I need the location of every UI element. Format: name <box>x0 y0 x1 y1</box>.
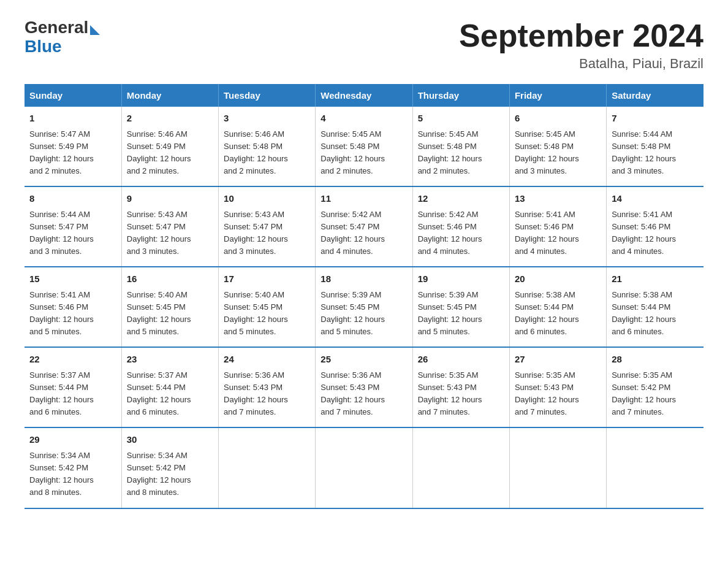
day-cell: 21Sunrise: 5:38 AMSunset: 5:44 PMDayligh… <box>607 267 703 347</box>
day-info: Sunrise: 5:41 AMSunset: 5:46 PMDaylight:… <box>612 209 699 258</box>
day-number: 24 <box>224 353 310 367</box>
page-header: General Blue September 2024 Batalha, Pia… <box>25 18 703 72</box>
day-cell: 10Sunrise: 5:43 AMSunset: 5:47 PMDayligh… <box>219 186 316 267</box>
day-cell: 22Sunrise: 5:37 AMSunset: 5:44 PMDayligh… <box>25 347 121 427</box>
day-number: 15 <box>29 272 116 286</box>
day-info: Sunrise: 5:37 AMSunset: 5:44 PMDaylight:… <box>127 369 213 419</box>
day-info: Sunrise: 5:41 AMSunset: 5:46 PMDaylight:… <box>29 289 116 339</box>
day-number: 21 <box>612 272 699 286</box>
day-info: Sunrise: 5:37 AMSunset: 5:44 PMDaylight:… <box>29 369 116 419</box>
header-friday: Friday <box>509 84 606 107</box>
day-cell: 4Sunrise: 5:45 AMSunset: 5:48 PMDaylight… <box>316 107 412 186</box>
day-info: Sunrise: 5:43 AMSunset: 5:47 PMDaylight:… <box>127 209 213 258</box>
day-info: Sunrise: 5:36 AMSunset: 5:43 PMDaylight:… <box>224 369 310 419</box>
day-cell: 18Sunrise: 5:39 AMSunset: 5:45 PMDayligh… <box>316 267 412 347</box>
day-cell <box>607 427 703 508</box>
day-cell: 19Sunrise: 5:39 AMSunset: 5:45 PMDayligh… <box>412 267 509 347</box>
day-cell: 30Sunrise: 5:34 AMSunset: 5:42 PMDayligh… <box>121 427 218 508</box>
day-cell: 24Sunrise: 5:36 AMSunset: 5:43 PMDayligh… <box>219 347 316 427</box>
day-info: Sunrise: 5:47 AMSunset: 5:49 PMDaylight:… <box>29 128 116 178</box>
day-cell: 15Sunrise: 5:41 AMSunset: 5:46 PMDayligh… <box>25 267 121 347</box>
day-cell: 2Sunrise: 5:46 AMSunset: 5:49 PMDaylight… <box>121 107 218 186</box>
day-number: 2 <box>127 112 213 126</box>
day-number: 18 <box>320 272 407 286</box>
day-info: Sunrise: 5:46 AMSunset: 5:49 PMDaylight:… <box>127 128 213 178</box>
day-cell: 7Sunrise: 5:44 AMSunset: 5:48 PMDaylight… <box>607 107 703 186</box>
header-wednesday: Wednesday <box>316 84 412 107</box>
header-monday: Monday <box>121 84 218 107</box>
header-sunday: Sunday <box>25 84 121 107</box>
day-info: Sunrise: 5:42 AMSunset: 5:47 PMDaylight:… <box>320 209 407 258</box>
day-cell: 6Sunrise: 5:45 AMSunset: 5:48 PMDaylight… <box>509 107 606 186</box>
day-cell: 9Sunrise: 5:43 AMSunset: 5:47 PMDaylight… <box>121 186 218 267</box>
day-cell: 26Sunrise: 5:35 AMSunset: 5:43 PMDayligh… <box>412 347 509 427</box>
day-number: 1 <box>29 112 116 126</box>
day-number: 29 <box>29 433 116 447</box>
day-cell <box>509 427 606 508</box>
day-cell: 12Sunrise: 5:42 AMSunset: 5:46 PMDayligh… <box>412 186 509 267</box>
day-info: Sunrise: 5:45 AMSunset: 5:48 PMDaylight:… <box>418 128 504 178</box>
day-cell: 28Sunrise: 5:35 AMSunset: 5:42 PMDayligh… <box>607 347 703 427</box>
day-info: Sunrise: 5:40 AMSunset: 5:45 PMDaylight:… <box>224 289 310 339</box>
day-number: 12 <box>418 192 504 206</box>
day-cell: 27Sunrise: 5:35 AMSunset: 5:43 PMDayligh… <box>509 347 606 427</box>
day-cell: 1Sunrise: 5:47 AMSunset: 5:49 PMDaylight… <box>25 107 121 186</box>
day-info: Sunrise: 5:39 AMSunset: 5:45 PMDaylight:… <box>320 289 407 339</box>
day-info: Sunrise: 5:41 AMSunset: 5:46 PMDaylight:… <box>515 209 601 258</box>
week-row-5: 29Sunrise: 5:34 AMSunset: 5:42 PMDayligh… <box>25 427 703 508</box>
page-title: September 2024 <box>459 18 703 53</box>
header-thursday: Thursday <box>412 84 509 107</box>
logo-triangle-icon <box>90 25 100 35</box>
day-info: Sunrise: 5:36 AMSunset: 5:43 PMDaylight:… <box>320 369 407 419</box>
day-number: 10 <box>224 192 310 206</box>
day-number: 28 <box>612 353 699 367</box>
day-info: Sunrise: 5:45 AMSunset: 5:48 PMDaylight:… <box>320 128 407 178</box>
day-number: 9 <box>127 192 213 206</box>
day-info: Sunrise: 5:39 AMSunset: 5:45 PMDaylight:… <box>418 289 504 339</box>
day-number: 5 <box>418 112 504 126</box>
day-info: Sunrise: 5:46 AMSunset: 5:48 PMDaylight:… <box>224 128 310 178</box>
day-info: Sunrise: 5:44 AMSunset: 5:48 PMDaylight:… <box>612 128 699 178</box>
day-cell: 11Sunrise: 5:42 AMSunset: 5:47 PMDayligh… <box>316 186 412 267</box>
day-number: 7 <box>612 112 699 126</box>
day-cell <box>219 427 316 508</box>
day-number: 19 <box>418 272 504 286</box>
day-cell: 13Sunrise: 5:41 AMSunset: 5:46 PMDayligh… <box>509 186 606 267</box>
day-info: Sunrise: 5:34 AMSunset: 5:42 PMDaylight:… <box>127 450 213 499</box>
day-number: 3 <box>224 112 310 126</box>
week-row-1: 1Sunrise: 5:47 AMSunset: 5:49 PMDaylight… <box>25 107 703 186</box>
day-number: 23 <box>127 353 213 367</box>
logo: General Blue <box>25 18 100 56</box>
day-cell: 5Sunrise: 5:45 AMSunset: 5:48 PMDaylight… <box>412 107 509 186</box>
header-tuesday: Tuesday <box>219 84 316 107</box>
day-info: Sunrise: 5:34 AMSunset: 5:42 PMDaylight:… <box>29 450 116 499</box>
day-info: Sunrise: 5:44 AMSunset: 5:47 PMDaylight:… <box>29 209 116 258</box>
day-cell <box>412 427 509 508</box>
title-block: September 2024 Batalha, Piaui, Brazil <box>459 18 703 72</box>
day-number: 20 <box>515 272 601 286</box>
week-row-4: 22Sunrise: 5:37 AMSunset: 5:44 PMDayligh… <box>25 347 703 427</box>
day-number: 6 <box>515 112 601 126</box>
calendar-table: SundayMondayTuesdayWednesdayThursdayFrid… <box>25 84 703 508</box>
day-info: Sunrise: 5:35 AMSunset: 5:43 PMDaylight:… <box>515 369 601 419</box>
day-cell: 8Sunrise: 5:44 AMSunset: 5:47 PMDaylight… <box>25 186 121 267</box>
day-info: Sunrise: 5:38 AMSunset: 5:44 PMDaylight:… <box>612 289 699 339</box>
day-cell: 17Sunrise: 5:40 AMSunset: 5:45 PMDayligh… <box>219 267 316 347</box>
logo-general: General <box>25 18 88 37</box>
week-row-3: 15Sunrise: 5:41 AMSunset: 5:46 PMDayligh… <box>25 267 703 347</box>
day-number: 16 <box>127 272 213 286</box>
day-info: Sunrise: 5:45 AMSunset: 5:48 PMDaylight:… <box>515 128 601 178</box>
day-number: 25 <box>320 353 407 367</box>
day-number: 26 <box>418 353 504 367</box>
day-cell: 23Sunrise: 5:37 AMSunset: 5:44 PMDayligh… <box>121 347 218 427</box>
day-info: Sunrise: 5:35 AMSunset: 5:43 PMDaylight:… <box>418 369 504 419</box>
day-info: Sunrise: 5:43 AMSunset: 5:47 PMDaylight:… <box>224 209 310 258</box>
day-number: 30 <box>127 433 213 447</box>
day-cell: 14Sunrise: 5:41 AMSunset: 5:46 PMDayligh… <box>607 186 703 267</box>
day-info: Sunrise: 5:35 AMSunset: 5:42 PMDaylight:… <box>612 369 699 419</box>
day-number: 17 <box>224 272 310 286</box>
day-number: 8 <box>29 192 116 206</box>
day-info: Sunrise: 5:42 AMSunset: 5:46 PMDaylight:… <box>418 209 504 258</box>
day-number: 13 <box>515 192 601 206</box>
page-subtitle: Batalha, Piaui, Brazil <box>459 56 703 72</box>
